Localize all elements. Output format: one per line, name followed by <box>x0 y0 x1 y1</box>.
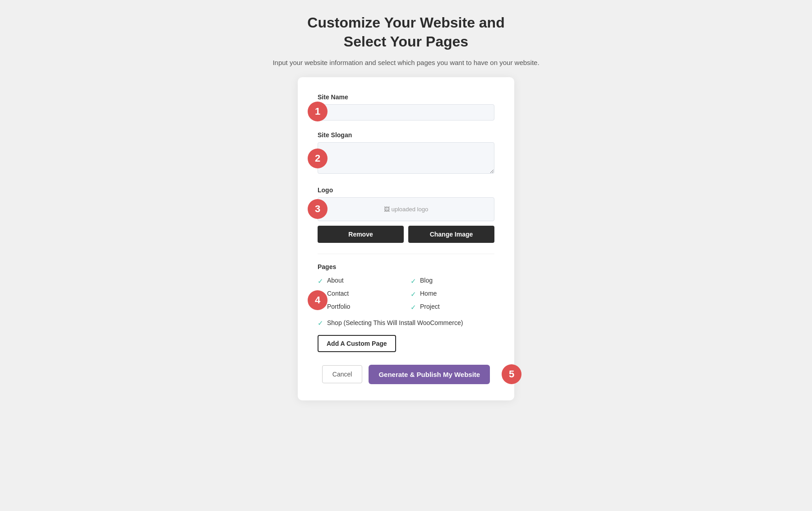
shop-item[interactable]: ✓ Shop (Selecting This Will Install WooC… <box>318 319 494 328</box>
site-name-field-group: 1 Site Name <box>318 93 494 121</box>
logo-preview: 🖼 uploaded logo <box>318 197 494 221</box>
form-card: 1 Site Name 2 Site Slogan 3 Logo 🖼 uploa… <box>298 77 514 400</box>
pages-section-label: Pages <box>318 263 494 270</box>
check-icon: ✓ <box>411 303 416 311</box>
page-item-label: Home <box>420 290 437 297</box>
list-item[interactable]: ✓ Contact <box>318 290 401 298</box>
logo-label: Logo <box>318 186 494 194</box>
page-item-label: Portfolio <box>327 303 350 310</box>
divider <box>318 254 494 254</box>
list-item[interactable]: ✓ Blog <box>411 277 494 285</box>
page-subtitle: Input your website information and selec… <box>272 57 539 68</box>
shop-item-label: Shop (Selecting This Will Install WooCom… <box>327 319 463 328</box>
step2-badge: 2 <box>308 149 328 168</box>
page-item-label: Blog <box>420 277 433 284</box>
site-name-label: Site Name <box>318 93 494 101</box>
list-item[interactable]: ✓ Portfolio <box>318 303 401 311</box>
page-item-label: Project <box>420 303 440 310</box>
step5-badge: 5 <box>502 364 521 384</box>
site-slogan-input[interactable] <box>318 142 494 174</box>
page-title: Customize Your Website and Select Your P… <box>272 14 539 51</box>
add-custom-page-button[interactable]: Add A Custom Page <box>318 335 396 352</box>
logo-button-row: Remove Change Image <box>318 226 494 243</box>
remove-button[interactable]: Remove <box>318 226 404 243</box>
check-icon: ✓ <box>318 319 323 327</box>
logo-field-group: 3 Logo 🖼 uploaded logo Remove Change Ima… <box>318 186 494 243</box>
list-item[interactable]: ✓ Home <box>411 290 494 298</box>
pages-section: 4 Pages ✓ About ✓ Blog ✓ Contact ✓ Home … <box>318 263 494 352</box>
generate-publish-button[interactable]: Generate & Publish My Website <box>369 365 490 384</box>
logo-preview-text: 🖼 uploaded logo <box>384 206 428 213</box>
change-image-button[interactable]: Change Image <box>408 226 494 243</box>
page-item-label: About <box>327 277 344 284</box>
list-item[interactable]: ✓ Project <box>411 303 494 311</box>
pages-grid: ✓ About ✓ Blog ✓ Contact ✓ Home ✓ Portfo… <box>318 277 494 311</box>
site-name-input[interactable] <box>318 104 494 121</box>
step4-badge: 4 <box>308 290 328 310</box>
page-header: Customize Your Website and Select Your P… <box>272 14 539 68</box>
form-footer: Cancel Generate & Publish My Website 5 <box>318 365 494 384</box>
list-item[interactable]: ✓ About <box>318 277 401 285</box>
check-icon: ✓ <box>411 290 416 298</box>
page-item-label: Contact <box>327 290 349 297</box>
site-slogan-label: Site Slogan <box>318 131 494 139</box>
step3-badge: 3 <box>308 199 328 219</box>
cancel-button[interactable]: Cancel <box>322 365 363 383</box>
step1-badge: 1 <box>308 102 328 121</box>
check-icon: ✓ <box>318 277 323 285</box>
site-slogan-field-group: 2 Site Slogan <box>318 131 494 176</box>
check-icon: ✓ <box>411 277 416 285</box>
